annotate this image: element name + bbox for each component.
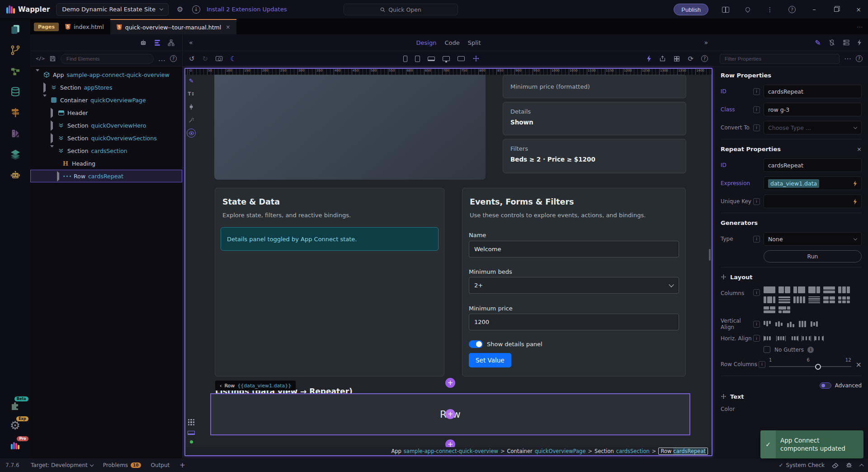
breadcrumb-name[interactable]: sample-app-connect-quick-overview [404,448,498,454]
info-icon[interactable]: i [753,124,760,131]
sitemap-icon[interactable] [167,39,175,47]
halign-around-icon[interactable] [802,336,811,341]
show-details-toggle[interactable] [469,340,483,348]
columns-preset-icon[interactable] [764,296,775,303]
add-before-button[interactable]: + [445,378,455,388]
tab-overflow-icon[interactable]: ⋯ [857,23,863,30]
text-size-icon[interactable]: T↕ [187,89,196,98]
edit-pencil-icon[interactable]: ✎ [187,76,196,85]
tab-split[interactable]: Split [468,39,481,46]
collapse-icon[interactable] [50,145,54,154]
breadcrumb-current[interactable]: Row cardsRepeat [658,448,708,455]
repeat-id-input[interactable]: cardsRepeat [764,158,862,172]
min-price-input[interactable]: 1200 [469,314,679,330]
tree-item-sections[interactable]: SectionquickOverviewSections [30,132,182,144]
halign-start-icon[interactable] [764,336,773,341]
columns-preset-icon[interactable] [838,286,850,293]
name-input[interactable]: Welcome [469,241,679,257]
quick-open-search[interactable]: Quick Open [344,4,458,15]
columns-preset-icon[interactable] [793,286,805,293]
expand-icon[interactable] [43,82,46,93]
components-grid-icon[interactable] [674,56,680,62]
project-selector[interactable]: Demo Dynamic Real Estate Site [56,3,169,16]
unique-key-input[interactable] [764,195,862,208]
tree-item-appstores[interactable]: SectionappStores [30,81,182,94]
database-panel-icon[interactable] [9,85,22,99]
install-updates-link[interactable]: Install 2 Extension Updates [207,6,287,13]
tree-item-row-cardsrepeat[interactable]: ••• RowcardsRepeat [30,170,182,182]
filter-bolt-icon[interactable] [857,39,862,46]
row-id-input[interactable]: cardsRepeat [764,85,862,98]
undo-icon[interactable]: ↺ [189,55,195,63]
grid-toggle-icon[interactable] [188,419,194,425]
valign-top-icon[interactable] [764,321,772,327]
experimental-settings-icon[interactable]: ⚙ Exp [9,419,22,432]
collapse-right-icon[interactable]: » [704,39,708,46]
ai-assistant-icon[interactable] [9,168,22,182]
pages-badge[interactable]: Pages [34,23,59,31]
save-icon[interactable] [49,55,56,62]
split-view-icon[interactable] [721,5,731,14]
chip-back-icon[interactable]: ‹ [220,383,222,389]
halign-between-icon[interactable] [814,336,824,341]
columns-preset-icon[interactable] [764,306,775,313]
expand-icon[interactable] [51,133,53,143]
preview-eye-icon[interactable] [187,129,196,138]
row-columns-slider[interactable]: 1 6 12 [769,358,851,371]
collapse-left-icon[interactable]: « [189,39,193,46]
design-panel-icon[interactable] [9,127,22,140]
close-icon[interactable]: × [857,146,862,153]
tab-design[interactable]: Design [416,39,437,46]
toast-notification[interactable]: ✓ App Connect components updated [760,430,863,458]
workflows-panel-icon[interactable] [9,64,22,78]
row-selection-chip[interactable]: ‹ Row {{data_view1.data}} [215,381,296,391]
breadcrumb-name[interactable]: cardsSection [616,448,650,454]
props-more-icon[interactable]: ⋯ [844,54,851,63]
collapse-icon[interactable] [43,95,47,104]
tree-more-icon[interactable]: … [158,54,165,63]
unlink-icon[interactable] [828,39,835,46]
dynamic-bolt-icon[interactable] [853,181,857,186]
columns-preset-icon[interactable] [808,286,820,293]
valign-middle-icon[interactable] [775,321,784,327]
code-view-icon[interactable]: </> [36,56,45,62]
set-value-button[interactable]: Set Value [469,353,511,367]
system-check-button[interactable]: ✓ System Check [778,462,825,468]
valign-stretch-icon[interactable] [799,321,807,327]
move-tool-icon[interactable] [472,55,480,62]
pages-panel-icon[interactable] [9,23,22,36]
canvas-scrollbar[interactable] [709,249,711,261]
info-icon[interactable]: i [753,335,760,342]
hero-image-placeholder[interactable] [214,75,486,180]
tree-item-hero-section[interactable]: SectionquickOverviewHero [30,119,182,132]
window-close-button[interactable]: × [854,5,863,14]
help-icon[interactable]: ? [787,5,797,14]
magic-wand-icon[interactable] [187,115,196,124]
screenshot-camera-icon[interactable] [216,56,222,61]
info-icon[interactable]: i [753,198,760,205]
breadcrumb-type[interactable]: Container [507,448,533,454]
breadcrumb-name[interactable]: quickOverviewPage [535,448,586,454]
find-elements-input[interactable] [61,54,154,64]
props-help-icon[interactable]: ? [856,55,863,62]
theme-droplet-icon[interactable] [743,5,753,14]
info-icon[interactable]: i [753,88,760,95]
target-selector[interactable]: Target: Development [31,462,93,468]
git-panel-icon[interactable] [9,43,22,57]
run-button[interactable]: Run [764,250,862,262]
add-inside-button[interactable]: + [445,409,455,419]
tree-item-header[interactable]: Header [30,106,182,119]
redo-icon[interactable]: ↻ [203,55,208,63]
info-circle-icon[interactable]: i [807,347,814,353]
add-panel-button[interactable]: + [179,461,185,469]
spacing-slider-icon[interactable] [187,102,196,111]
columns-preset-icon[interactable] [823,296,835,303]
dynamic-bolt-icon[interactable] [853,199,857,205]
beta-extensions-icon[interactable]: Beta [9,399,22,412]
advanced-toggle[interactable] [820,382,831,389]
clear-row-columns-icon[interactable]: × [856,360,862,369]
tree-item-cards-section[interactable]: SectioncardsSection [30,144,182,157]
publish-button[interactable]: Publish [674,4,708,15]
settings-gear-icon[interactable]: ⚙ [175,5,185,14]
info-icon[interactable]: i [759,361,765,368]
